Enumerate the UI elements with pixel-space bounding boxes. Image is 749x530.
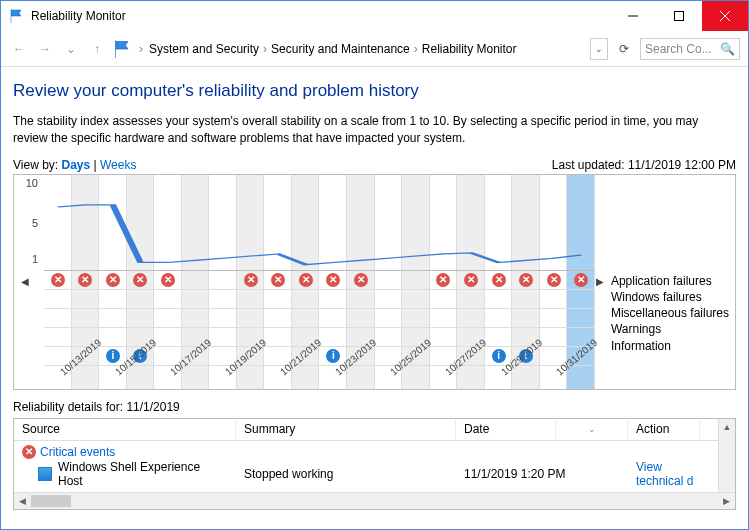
nav-bar: ← → ⌄ ↑ › System and Security› Security …: [1, 31, 748, 67]
error-icon: ✕: [299, 273, 313, 287]
row-app-failures: ✕✕✕✕✕✕✕✕✕✕✕✕✕✕✕✕: [44, 271, 595, 290]
search-input[interactable]: Search Co... 🔍: [640, 38, 740, 60]
reliability-chart: 10 5 1 ◀ ▶ ✕✕✕✕✕✕✕✕✕✕✕✕✕✕✕✕ iiiii 10/13/…: [13, 174, 736, 390]
view-by-row: View by: Days | Weeks Last updated: 11/1…: [13, 158, 736, 172]
error-icon: ✕: [106, 273, 120, 287]
forward-button[interactable]: →: [35, 39, 55, 59]
error-icon: ✕: [464, 273, 478, 287]
details-header: Reliability details for: 11/1/2019: [13, 400, 736, 414]
flag-icon: [9, 8, 25, 24]
refresh-button[interactable]: ⟳: [614, 39, 634, 59]
error-icon: ✕: [161, 273, 175, 287]
up-button[interactable]: ↑: [87, 39, 107, 59]
y-axis: 10 5 1: [18, 175, 40, 271]
info-icon: i: [326, 349, 340, 363]
back-button[interactable]: ←: [9, 39, 29, 59]
title-bar: Reliability Monitor: [1, 1, 748, 31]
row-misc-failures: [44, 309, 595, 328]
scroll-thumb[interactable]: [31, 495, 71, 507]
search-icon: 🔍: [720, 42, 735, 56]
svg-rect-1: [675, 12, 684, 21]
view-details-link[interactable]: View technical d: [628, 460, 720, 488]
error-icon: ✕: [51, 273, 65, 287]
table-header: Source Summary Date ⌄ Action: [14, 419, 735, 441]
breadcrumb[interactable]: System and Security› Security and Mainte…: [149, 42, 584, 56]
error-icon: ✕: [271, 273, 285, 287]
error-icon: ✕: [547, 273, 561, 287]
error-icon: ✕: [244, 273, 258, 287]
error-icon: ✕: [78, 273, 92, 287]
breadcrumb-item[interactable]: System and Security: [149, 42, 259, 56]
window-title: Reliability Monitor: [31, 9, 610, 23]
col-date[interactable]: Date: [456, 419, 556, 440]
page-title: Review your computer's reliability and p…: [13, 81, 736, 101]
view-by-label: View by:: [13, 158, 58, 172]
page-description: The stability index assesses your system…: [13, 113, 736, 148]
view-by-days[interactable]: Days: [61, 158, 90, 172]
error-icon: ✕: [22, 445, 36, 459]
scroll-left-icon[interactable]: ◀: [14, 493, 31, 509]
horizontal-scrollbar[interactable]: ◀ ▶: [14, 492, 735, 509]
col-action[interactable]: Action: [628, 419, 700, 440]
error-icon: ✕: [326, 273, 340, 287]
breadcrumb-dropdown[interactable]: ⌄: [590, 38, 608, 60]
error-icon: ✕: [354, 273, 368, 287]
close-button[interactable]: [702, 1, 748, 31]
error-icon: ✕: [436, 273, 450, 287]
chart-scroll-right[interactable]: ▶: [593, 273, 607, 291]
col-date-sort[interactable]: ⌄: [556, 419, 628, 440]
last-updated: Last updated: 11/1/2019 12:00 PM: [552, 158, 736, 172]
info-icon: i: [492, 349, 506, 363]
table-row[interactable]: Windows Shell Experience Host Stopped wo…: [14, 463, 735, 485]
minimize-button[interactable]: [610, 1, 656, 31]
chevron-right-icon: ›: [139, 42, 143, 56]
error-icon: ✕: [133, 273, 147, 287]
chart-scroll-left[interactable]: ◀: [18, 273, 32, 291]
scroll-right-icon[interactable]: ▶: [718, 493, 735, 509]
col-summary[interactable]: Summary: [236, 419, 456, 440]
maximize-button[interactable]: [656, 1, 702, 31]
error-icon: ✕: [492, 273, 506, 287]
breadcrumb-item[interactable]: Reliability Monitor: [422, 42, 517, 56]
row-windows-failures: [44, 290, 595, 309]
category-labels: Application failures Windows failures Mi…: [611, 273, 729, 354]
scroll-up-icon[interactable]: ▲: [719, 419, 735, 436]
col-source[interactable]: Source: [14, 419, 236, 440]
view-by-weeks[interactable]: Weeks: [100, 158, 136, 172]
info-icon: i: [106, 349, 120, 363]
breadcrumb-flag-icon: [113, 39, 133, 59]
breadcrumb-item[interactable]: Security and Maintenance: [271, 42, 410, 56]
error-icon: ✕: [574, 273, 588, 287]
search-placeholder: Search Co...: [645, 42, 712, 56]
error-icon: ✕: [519, 273, 533, 287]
app-icon: [38, 467, 52, 481]
history-dropdown[interactable]: ⌄: [61, 39, 81, 59]
details-table: Source Summary Date ⌄ Action ✕ Critical …: [13, 418, 736, 510]
vertical-scrollbar[interactable]: ▲: [718, 419, 735, 492]
